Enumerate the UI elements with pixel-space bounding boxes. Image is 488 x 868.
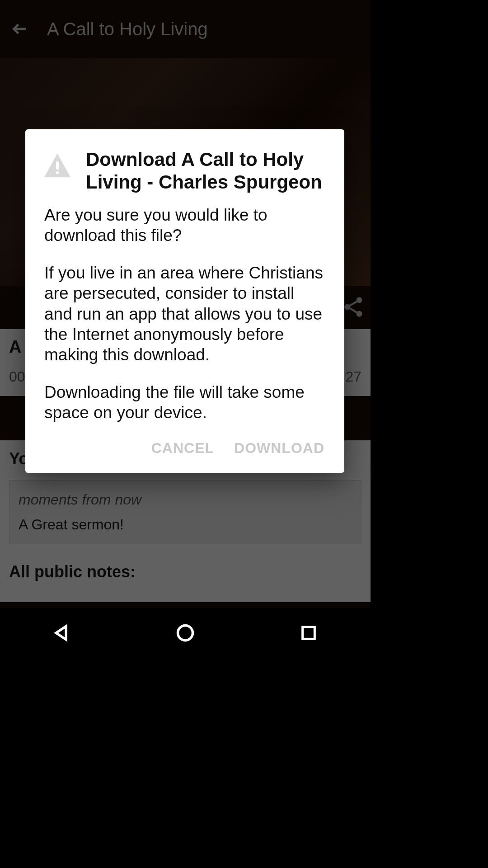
dialog-para-2: If you live in an area where Christians …	[44, 263, 325, 365]
circle-home-icon	[175, 623, 195, 643]
dialog-body: Are you sure you would like to download …	[25, 201, 344, 423]
nav-recent-button[interactable]	[295, 619, 322, 646]
cancel-button[interactable]: CANCEL	[151, 440, 214, 457]
nav-back-button[interactable]	[48, 619, 75, 646]
svg-rect-3	[56, 161, 59, 170]
download-dialog: Download A Call to Holy Living - Charles…	[25, 129, 344, 473]
warning-icon	[42, 151, 73, 183]
svg-point-5	[178, 626, 192, 641]
triangle-back-icon	[52, 623, 72, 643]
dialog-title: Download A Call to Holy Living - Charles…	[86, 148, 328, 193]
svg-rect-6	[303, 627, 315, 639]
system-nav-bar	[0, 608, 371, 658]
dialog-actions: CANCEL DOWNLOAD	[25, 435, 344, 457]
svg-rect-4	[56, 171, 59, 174]
nav-home-button[interactable]	[172, 619, 199, 646]
square-recent-icon	[300, 624, 318, 642]
download-button[interactable]: DOWNLOAD	[234, 440, 324, 457]
dialog-para-3: Downloading the file will take some spac…	[44, 382, 325, 423]
dialog-para-1: Are you sure you would like to download …	[44, 205, 325, 245]
